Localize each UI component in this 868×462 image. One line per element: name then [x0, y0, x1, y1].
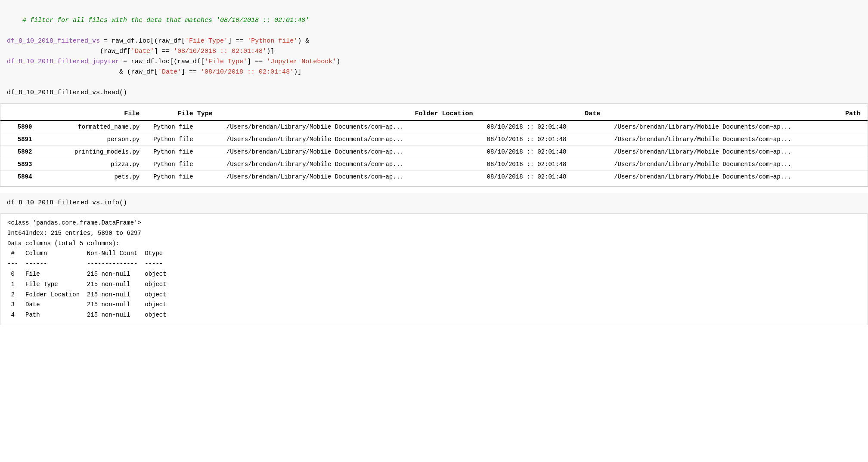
- table-cell: 08/10/2018 :: 02:01:48: [480, 133, 608, 146]
- comment-text: # filter for all files with the data tha…: [22, 17, 309, 24]
- th-path: Path: [607, 108, 868, 120]
- table-cell: person.py: [39, 133, 146, 146]
- table-row: 5891person.pyPython file/Users/brendan/L…: [0, 133, 868, 146]
- table-cell: 5890: [0, 120, 39, 133]
- table-cell: 08/10/2018 :: 02:01:48: [480, 158, 608, 171]
- code-cell-1: # filter for all files with the data tha…: [0, 0, 868, 104]
- code-line-blank: [7, 77, 861, 88]
- table-row: 5892printing_models.pyPython file/Users/…: [0, 146, 868, 158]
- code-cell-2: df_8_10_2018_filtered_vs.info(): [0, 193, 868, 214]
- th-date: Date: [480, 108, 608, 120]
- table-cell: /Users/brendan/Library/Mobile Documents/…: [607, 171, 868, 183]
- table-cell: /Users/brendan/Library/Mobile Documents/…: [607, 133, 868, 146]
- table-cell: /Users/brendan/Library/Mobile Documents/…: [220, 133, 480, 146]
- table-cell: Python file: [146, 133, 220, 146]
- table-cell: Python file: [146, 146, 220, 158]
- table-cell: /Users/brendan/Library/Mobile Documents/…: [220, 158, 480, 171]
- table-cell: printing_models.py: [39, 146, 146, 158]
- th-index: [0, 108, 39, 120]
- th-folder: Folder Location: [220, 108, 480, 120]
- table-cell: /Users/brendan/Library/Mobile Documents/…: [220, 146, 480, 158]
- th-file: File: [39, 108, 146, 120]
- comment-line: # filter for all files with the data tha…: [7, 5, 861, 36]
- table-cell: 08/10/2018 :: 02:01:48: [480, 171, 608, 183]
- call-text-2: df_8_10_2018_filtered_vs.info(): [7, 199, 127, 206]
- table-cell: /Users/brendan/Library/Mobile Documents/…: [220, 120, 480, 133]
- data-table: File File Type Folder Location Date Path…: [0, 108, 868, 183]
- table-cell: /Users/brendan/Library/Mobile Documents/…: [607, 120, 868, 133]
- table-row: 5894pets.pyPython file/Users/brendan/Lib…: [0, 171, 868, 183]
- code-line-2: df_8_10_2018_filtered_vs = raw_df.loc[(r…: [7, 36, 861, 46]
- table-cell: /Users/brendan/Library/Mobile Documents/…: [607, 158, 868, 171]
- table-cell: pets.py: [39, 171, 146, 183]
- th-filetype: File Type: [146, 108, 220, 120]
- table-cell: /Users/brendan/Library/Mobile Documents/…: [220, 171, 480, 183]
- table-cell: Python file: [146, 171, 220, 183]
- table-cell: Python file: [146, 120, 220, 133]
- call-line-1: df_8_10_2018_filtered_vs.head(): [7, 88, 861, 98]
- code-line-5: & (raw_df['Date'] == '08/10/2018 :: 02:0…: [7, 67, 861, 77]
- table-cell: 5891: [0, 133, 39, 146]
- table-output: File File Type Folder Location Date Path…: [0, 104, 868, 187]
- info-output: <class 'pandas.core.frame.DataFrame'> In…: [0, 214, 868, 325]
- table-row: 5890formatted_name.pyPython file/Users/b…: [0, 120, 868, 133]
- call-text-1: df_8_10_2018_filtered_vs.head(): [7, 89, 127, 96]
- call-line-2: df_8_10_2018_filtered_vs.info(): [7, 198, 861, 208]
- spacer-1: [0, 187, 868, 193]
- table-cell: pizza.py: [39, 158, 146, 171]
- table-cell: 5892: [0, 146, 39, 158]
- table-cell: 5893: [0, 158, 39, 171]
- table-cell: 08/10/2018 :: 02:01:48: [480, 120, 608, 133]
- table-cell: Python file: [146, 158, 220, 171]
- table-cell: formatted_name.py: [39, 120, 146, 133]
- code-line-3: (raw_df['Date'] == '08/10/2018 :: 02:01:…: [7, 46, 861, 57]
- table-body: 5890formatted_name.pyPython file/Users/b…: [0, 120, 868, 183]
- table-cell: /Users/brendan/Library/Mobile Documents/…: [607, 146, 868, 158]
- table-cell: 5894: [0, 171, 39, 183]
- table-row: 5893pizza.pyPython file/Users/brendan/Li…: [0, 158, 868, 171]
- code-line-4: df_8_10_2018_filtered_jupyter = raw_df.l…: [7, 57, 861, 67]
- table-cell: 08/10/2018 :: 02:01:48: [480, 146, 608, 158]
- table-header-row: File File Type Folder Location Date Path: [0, 108, 868, 120]
